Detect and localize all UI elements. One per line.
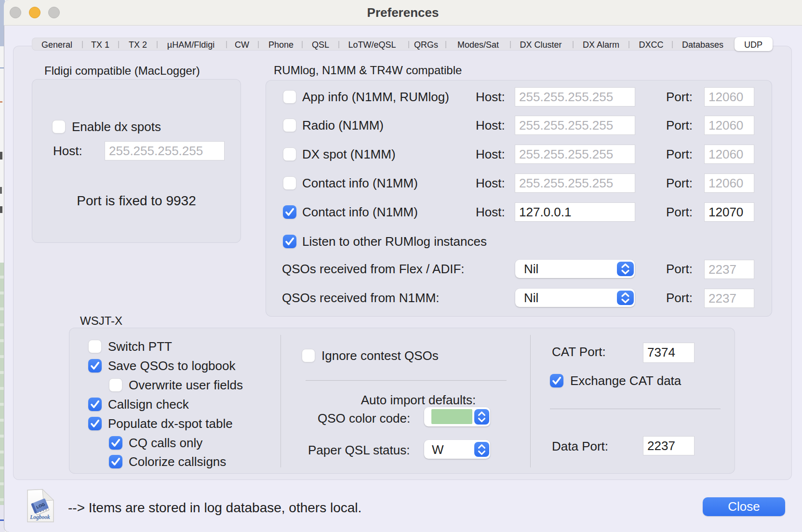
svg-text:Logbook: Logbook (29, 514, 50, 520)
